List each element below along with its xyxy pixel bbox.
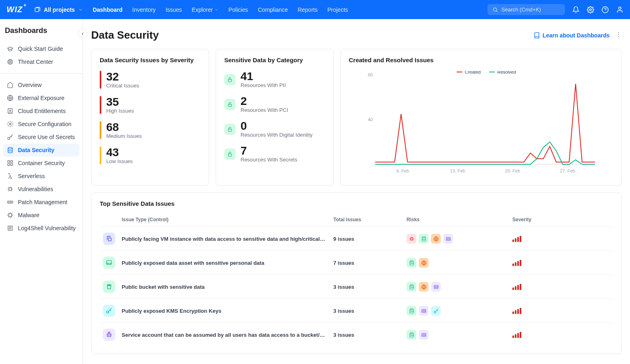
category-stat[interactable]: 7Resources With Secrets xyxy=(224,145,325,163)
lambda-icon xyxy=(7,172,14,180)
category-card: Sensitive Data by Category 41Resources W… xyxy=(216,49,334,186)
user-icon[interactable] xyxy=(616,6,623,13)
bell-icon[interactable] xyxy=(572,6,580,13)
issue-total: 7 issues xyxy=(330,251,403,275)
svg-point-47 xyxy=(447,238,448,239)
learn-link[interactable]: Learn about Dashboards xyxy=(534,32,610,39)
globe-icon xyxy=(7,94,14,102)
severity-stat[interactable]: 32Critical Issues xyxy=(100,71,201,89)
sidebar-item-serverless[interactable]: Serverless xyxy=(3,170,79,183)
nav-reports[interactable]: Reports xyxy=(298,7,317,13)
stat-label: Resources With Digital Identity xyxy=(241,132,313,138)
log-icon xyxy=(7,225,14,232)
project-selector[interactable]: All projects xyxy=(34,7,83,13)
svg-text:Resolved: Resolved xyxy=(497,71,516,74)
sidebar-item-label: Overview xyxy=(18,82,42,88)
sidebar-item-label: Threat Center xyxy=(18,59,53,65)
gear-icon[interactable] xyxy=(587,6,594,13)
svg-text:13. Feb: 13. Feb xyxy=(450,168,465,173)
page-title: Data Security xyxy=(91,29,159,41)
svg-rect-30 xyxy=(228,154,232,156)
stat-value: 7 xyxy=(241,145,297,157)
search-icon xyxy=(492,7,498,13)
svg-point-21 xyxy=(10,202,10,202)
col-severity: Severity xyxy=(509,213,613,227)
nav-policies[interactable]: Policies xyxy=(228,7,248,13)
issues-chart: 40806. Feb13. Feb20. Feb27. FebCreatedRe… xyxy=(349,71,613,177)
severity-stat[interactable]: 43Low Issues xyxy=(100,146,201,164)
svg-rect-17 xyxy=(11,163,13,166)
svg-point-4 xyxy=(619,7,621,9)
svg-rect-0 xyxy=(35,8,39,11)
nav-inventory[interactable]: Inventory xyxy=(132,7,156,13)
stat-label: High Issues xyxy=(106,108,134,114)
sidebar-item-label: Vulnerabilities xyxy=(18,186,53,192)
sidebar-item-container security[interactable]: Container Security xyxy=(3,157,79,170)
sidebar-item-vulnerabilities[interactable]: Vulnerabilities xyxy=(3,183,79,196)
sidebar-item-malware[interactable]: Malware xyxy=(3,209,79,222)
more-menu-button[interactable] xyxy=(615,31,622,39)
issue-total: 3 issues xyxy=(330,323,403,347)
logo[interactable]: WIZ+ xyxy=(7,5,23,14)
sidebar-item-label: Data Security xyxy=(18,147,54,153)
nav-projects[interactable]: Projects xyxy=(327,7,348,13)
sidebar-item-log4shell vulnerability[interactable]: Log4Shell Vulnerability xyxy=(3,222,79,235)
sidebar-item-secure use of secrets[interactable]: Secure Use of Secrets xyxy=(3,131,79,144)
severity-stat[interactable]: 68Medium Issues xyxy=(100,121,201,139)
nav-explorer[interactable]: Explorer xyxy=(192,7,219,13)
topbar-actions xyxy=(572,6,623,13)
table-row[interactable]: Service account that can be assumed by a… xyxy=(100,323,613,347)
topbar: WIZ+ All projects DashboardInventoryIssu… xyxy=(0,0,630,19)
table-row[interactable]: Publicly facing VM instance with data ac… xyxy=(100,227,613,251)
collapse-sidebar-button[interactable] xyxy=(78,29,88,39)
category-stat[interactable]: 2Resources With PCI xyxy=(224,96,325,113)
projects-icon xyxy=(34,7,41,13)
stat-label: Resources With PCI xyxy=(241,107,288,113)
nav-dashboard[interactable]: Dashboard xyxy=(93,7,122,13)
svg-point-22 xyxy=(11,202,12,202)
svg-rect-27 xyxy=(228,79,232,82)
svg-point-64 xyxy=(109,335,110,335)
home-icon xyxy=(7,81,14,89)
svg-rect-40 xyxy=(489,72,495,72)
unlock-icon xyxy=(224,148,236,160)
category-stat[interactable]: 41Resources With PII xyxy=(224,71,325,88)
grad-cap-icon xyxy=(7,45,14,52)
svg-text:20. Feb: 20. Feb xyxy=(505,168,520,173)
table-row[interactable]: Publicly exposed KMS Encryption Keys 3 i… xyxy=(100,299,613,323)
copy-icon xyxy=(103,233,115,245)
sidebar-item-data security[interactable]: Data Security xyxy=(3,144,79,157)
key-icon xyxy=(7,133,14,141)
target-icon xyxy=(7,58,14,65)
sidebar-item-cloud entitlements[interactable]: Cloud Entitlements xyxy=(3,105,79,118)
bug-icon xyxy=(7,185,14,193)
table-row[interactable]: Public bucket with sensitive data 3 issu… xyxy=(100,275,613,299)
sidebar-item-label: Container Security xyxy=(18,160,65,166)
sidebar-item-quick start guide[interactable]: Quick Start Guide xyxy=(3,42,79,55)
sidebar-item-external exposure[interactable]: External Exposure xyxy=(3,92,79,105)
sidebar-item-label: Log4Shell Vulnerability xyxy=(18,225,76,231)
severity-indicator xyxy=(100,146,101,164)
issue-title: Publicly exposed data asset with sensiti… xyxy=(122,260,325,266)
stat-value: 43 xyxy=(106,147,133,158)
sidebar-item-patch management[interactable]: Patch Management xyxy=(3,196,79,209)
sidebar-item-overview[interactable]: Overview xyxy=(3,78,79,92)
svg-point-67 xyxy=(422,334,423,335)
svg-text:40: 40 xyxy=(368,117,373,122)
id-risk-badge xyxy=(443,234,453,244)
severity-indicator xyxy=(100,96,101,114)
table-row[interactable]: Publicly exposed data asset with sensiti… xyxy=(100,251,613,275)
category-stat[interactable]: 0Resources With Digital Identity xyxy=(224,120,325,138)
chart-card: Created and Resolved Issues 40806. Feb13… xyxy=(340,49,622,186)
nav-issues[interactable]: Issues xyxy=(166,7,182,13)
sidebar-item-threat center[interactable]: Threat Center xyxy=(3,55,79,68)
help-icon[interactable] xyxy=(602,6,609,13)
sidebar-item-secure configuration[interactable]: Secure Configuration xyxy=(3,118,79,131)
svg-text:6. Feb: 6. Feb xyxy=(396,168,409,173)
severity-stat[interactable]: 35High Issues xyxy=(100,96,201,114)
search-input[interactable]: Search (Cmd+K) xyxy=(488,4,565,15)
key-risk-badge xyxy=(431,306,441,316)
risk-badges xyxy=(407,258,506,268)
svg-point-65 xyxy=(410,333,413,334)
nav-compliance[interactable]: Compliance xyxy=(258,7,288,13)
